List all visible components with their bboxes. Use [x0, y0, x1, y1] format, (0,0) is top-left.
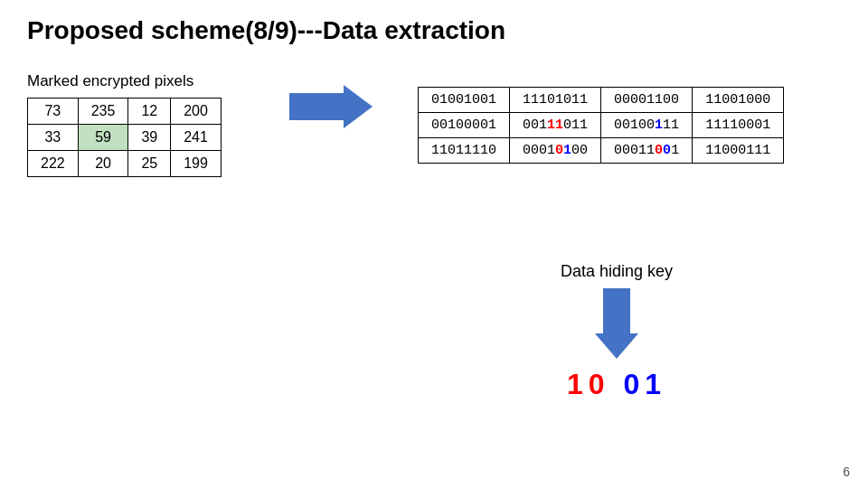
data-hiding-area: Data hiding key 10 01: [561, 262, 673, 401]
binary-cell: 11000111: [693, 137, 784, 163]
right-arrow: [262, 85, 400, 128]
binary-cell: 00011001: [601, 137, 693, 163]
binary-table-section: 0100100111101011000011001100100000100001…: [418, 87, 784, 164]
pixel-cell: 59: [78, 125, 128, 151]
pixel-cell: 12: [128, 99, 171, 125]
result-label: 10 01: [567, 368, 666, 401]
binary-cell: 00111011: [510, 112, 601, 137]
pixel-cell: 199: [171, 151, 222, 177]
binary-cell: 01001001: [419, 87, 510, 112]
binary-cell: 00010100: [510, 137, 601, 163]
data-hiding-label: Data hiding key: [561, 262, 673, 281]
binary-cell: 11110001: [693, 112, 784, 137]
page-number: 6: [843, 465, 850, 479]
binary-cell: 11101011: [510, 87, 601, 112]
binary-table: 0100100111101011000011001100100000100001…: [418, 87, 784, 164]
pixel-cell: 25: [128, 151, 171, 177]
pixel-cell: 33: [28, 125, 79, 151]
result-suffix: 01: [623, 368, 666, 400]
pixel-cell: 241: [171, 125, 222, 151]
result-prefix: 10: [567, 368, 610, 400]
binary-cell: 00100001: [419, 112, 510, 137]
pixel-cell: 235: [78, 99, 128, 125]
binary-cell: 11001000: [693, 87, 784, 112]
page-title: Proposed scheme(8/9)---Data extraction: [0, 0, 868, 54]
pixel-cell: 200: [171, 99, 222, 125]
binary-cell: 00001100: [601, 87, 693, 112]
pixel-cell: 222: [28, 151, 79, 177]
pixel-cell: 20: [78, 151, 128, 177]
binary-cell: 11011110: [419, 137, 510, 163]
down-arrow: [595, 288, 638, 359]
section-label: Marked encrypted pixels: [27, 72, 193, 90]
binary-cell: 00100111: [601, 112, 693, 137]
pixel-cell: 39: [128, 125, 171, 151]
pixel-cell: 73: [28, 99, 79, 125]
pixel-table: 73235122003359392412222025199: [27, 98, 222, 177]
